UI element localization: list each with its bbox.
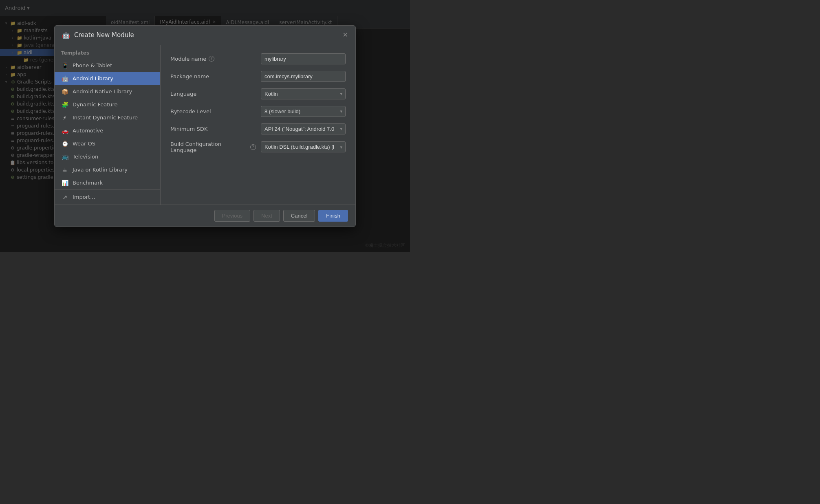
dialog-overlay: 🤖 Create New Module ✕ Templates 📱 Phone … <box>0 0 410 252</box>
dialog-title-icon: 🤖 <box>62 31 70 39</box>
templates-section-label: Templates <box>55 45 160 59</box>
bytecode-level-select-wrapper: 8 (slower build) 7 6 <box>261 106 346 117</box>
package-name-row: Package name <box>170 71 346 82</box>
import-icon: ↗ <box>61 194 68 200</box>
bytecode-level-select[interactable]: 8 (slower build) 7 6 <box>261 106 346 117</box>
wear-os-icon: ⌚ <box>61 141 68 147</box>
template-item-label: Television <box>73 154 98 160</box>
template-item-automotive[interactable]: 🚗 Automotive <box>55 124 160 137</box>
finish-button[interactable]: Finish <box>318 210 348 222</box>
template-item-phone-tablet[interactable]: 📱 Phone & Tablet <box>55 59 160 72</box>
template-item-android-native-library[interactable]: 📦 Android Native Library <box>55 85 160 98</box>
phone-tablet-icon: 📱 <box>61 62 68 69</box>
template-item-benchmark[interactable]: 📊 Benchmark <box>55 176 160 189</box>
dialog-title: Create New Module <box>74 31 339 39</box>
build-config-row: Build Configuration Language ? Kotlin DS… <box>170 141 346 153</box>
benchmark-icon: 📊 <box>61 180 68 186</box>
instant-dynamic-icon: ⚡ <box>61 114 68 121</box>
template-item-label: Android Native Library <box>73 88 132 95</box>
template-item-label: Instant Dynamic Feature <box>73 114 138 121</box>
template-item-dynamic-feature[interactable]: 🧩 Dynamic Feature <box>55 98 160 111</box>
bytecode-level-row: Bytecode Level 8 (slower build) 7 6 <box>170 106 346 117</box>
template-item-instant-dynamic-feature[interactable]: ⚡ Instant Dynamic Feature <box>55 111 160 124</box>
automotive-icon: 🚗 <box>61 128 68 134</box>
bytecode-level-label: Bytecode Level <box>170 108 256 114</box>
template-item-wear-os[interactable]: ⌚ Wear OS <box>55 137 160 150</box>
language-label: Language <box>170 91 256 97</box>
template-panel: Templates 📱 Phone & Tablet 🤖 Android Lib… <box>55 45 161 205</box>
template-item-label: Android Library <box>73 75 113 81</box>
dialog-body: Templates 📱 Phone & Tablet 🤖 Android Lib… <box>55 45 355 205</box>
build-config-help-icon[interactable]: ? <box>250 144 256 150</box>
language-select-wrapper: Kotlin Java <box>261 88 346 99</box>
minimum-sdk-row: Minimum SDK API 24 ("Nougat"; Android 7.… <box>170 123 346 134</box>
build-config-label: Build Configuration Language ? <box>170 141 256 153</box>
template-item-label: Phone & Tablet <box>73 62 112 68</box>
template-import-button[interactable]: ↗ Import... <box>55 189 160 205</box>
module-name-label: Module name ? <box>170 56 256 62</box>
form-panel: Module name ? Package name Language <box>161 45 355 205</box>
native-library-icon: 📦 <box>61 88 68 95</box>
template-item-java-kotlin-library[interactable]: ☕ Java or Kotlin Library <box>55 163 160 176</box>
language-select[interactable]: Kotlin Java <box>261 88 346 99</box>
cancel-button[interactable]: Cancel <box>283 210 315 222</box>
create-new-module-dialog: 🤖 Create New Module ✕ Templates 📱 Phone … <box>54 25 356 227</box>
dialog-header: 🤖 Create New Module ✕ <box>55 26 355 45</box>
java-kotlin-icon: ☕ <box>61 167 68 173</box>
import-label: Import... <box>73 194 95 200</box>
next-button[interactable]: Next <box>253 210 280 222</box>
television-icon: 📺 <box>61 154 68 160</box>
module-name-input[interactable] <box>261 53 346 64</box>
template-list: 📱 Phone & Tablet 🤖 Android Library 📦 And… <box>55 59 160 189</box>
build-config-select-wrapper: Kotlin DSL (build.gradle.kts) [Recommend… <box>261 141 346 152</box>
dialog-footer: Previous Next Cancel Finish <box>55 205 355 227</box>
template-item-label: Dynamic Feature <box>73 101 118 108</box>
minimum-sdk-select[interactable]: API 24 ("Nougat"; Android 7.0) API 21 AP… <box>261 123 346 134</box>
build-config-select[interactable]: Kotlin DSL (build.gradle.kts) [Recommend… <box>261 141 346 152</box>
template-item-label: Automotive <box>73 128 103 134</box>
template-item-label: Wear OS <box>73 141 95 147</box>
template-item-television[interactable]: 📺 Television <box>55 150 160 163</box>
module-name-row: Module name ? <box>170 53 346 64</box>
module-name-help-icon[interactable]: ? <box>209 56 214 62</box>
minimum-sdk-select-wrapper: API 24 ("Nougat"; Android 7.0) API 21 AP… <box>261 123 346 134</box>
previous-button[interactable]: Previous <box>214 210 251 222</box>
minimum-sdk-label: Minimum SDK <box>170 126 256 132</box>
template-item-label: Java or Kotlin Library <box>73 167 128 173</box>
package-name-input[interactable] <box>261 71 346 82</box>
package-name-label: Package name <box>170 73 256 79</box>
template-item-android-library[interactable]: 🤖 Android Library <box>55 72 160 85</box>
android-library-icon: 🤖 <box>61 75 68 82</box>
template-item-label: Benchmark <box>73 180 103 186</box>
language-row: Language Kotlin Java <box>170 88 346 99</box>
dialog-close-button[interactable]: ✕ <box>343 32 348 38</box>
dynamic-feature-icon: 🧩 <box>61 101 68 108</box>
